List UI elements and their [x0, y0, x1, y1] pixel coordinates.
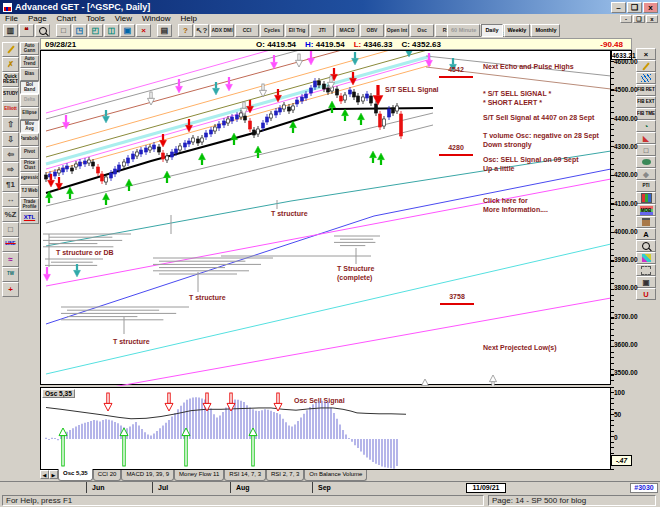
pti-button[interactable]: PTI	[636, 180, 656, 192]
print-icon[interactable]: ▤	[157, 24, 172, 37]
period-button-weekly[interactable]: Weekly	[504, 24, 531, 37]
copy-icon[interactable]: ▣	[120, 24, 135, 37]
line-tool-button[interactable]: LINE	[2, 237, 19, 252]
tab-rsi-2-7-3[interactable]: RSI 2, 7, 3	[266, 470, 304, 481]
left-study-mov-avg[interactable]: Mov Avg	[20, 120, 39, 133]
menu-page[interactable]: Page	[23, 14, 52, 24]
zoom-icon[interactable]	[35, 24, 50, 37]
zoom-tool-icon[interactable]	[636, 240, 656, 252]
delete-tool-icon[interactable]: ×	[636, 48, 656, 60]
left-study-trade-profile[interactable]: Trade Profile	[20, 198, 39, 211]
box-tool-icon[interactable]: □	[636, 144, 656, 156]
menu-chart[interactable]: Chart	[52, 14, 82, 24]
left-arrow-tool-icon[interactable]: ⇦	[2, 147, 19, 162]
tab-on-balance-volume[interactable]: On Balance Volume	[304, 470, 367, 481]
elliott-button[interactable]: Elliott	[2, 102, 19, 117]
study-button-macd[interactable]: MACD	[335, 24, 359, 37]
left-study-parabolic[interactable]: Parabolic	[20, 133, 39, 146]
down-arrow-tool-icon[interactable]: ⇩	[2, 132, 19, 147]
study-list-button[interactable]: STUDY	[2, 87, 19, 102]
tab-scroll-left-button[interactable]: ◀	[40, 470, 49, 479]
new-page-icon[interactable]: □	[56, 24, 71, 37]
study-button-open-int[interactable]: Open Int	[385, 24, 409, 37]
price-chart-panel[interactable]: Next Echo and Pulse Highs* S/T SELL SIGN…	[40, 50, 610, 385]
grid-tool-icon[interactable]	[636, 192, 656, 204]
study-button-cycles[interactable]: Cycles	[260, 24, 284, 37]
delete-icon[interactable]: ×	[136, 24, 151, 37]
rectangle-tool-icon[interactable]: □	[2, 222, 19, 237]
study-button-jti[interactable]: JTI	[310, 24, 334, 37]
right-arrow-tool-icon[interactable]: ⇨	[2, 162, 19, 177]
color-bars-icon[interactable]: ✗	[2, 57, 19, 72]
oscillator-canvas[interactable]	[41, 388, 611, 471]
tile-windows-icon[interactable]: ◫	[104, 24, 119, 37]
menu-window[interactable]: Window	[137, 14, 175, 24]
percent-tool-icon[interactable]: %Z	[2, 207, 19, 222]
left-study-regression[interactable]: Regression	[20, 172, 39, 185]
restore-button[interactable]: ❏	[627, 2, 642, 13]
left-study-tj-web[interactable]: TJ Web	[20, 185, 39, 198]
mdi-minimize-button[interactable]: -	[620, 15, 632, 23]
palette-icon[interactable]	[636, 252, 656, 264]
undo-button[interactable]: U	[636, 288, 656, 300]
fib-ext-button[interactable]: FIB EXT	[636, 96, 656, 108]
quote-page-icon[interactable]: ❝	[19, 24, 34, 37]
study-button-osc[interactable]: Osc	[410, 24, 434, 37]
left-study-delta[interactable]: Delta	[20, 94, 39, 107]
study-button-cci[interactable]: CCI	[235, 24, 259, 37]
title-bar[interactable]: Advanced GET - [^GSPC, Daily] – ❏ x	[0, 0, 660, 14]
period-button-daily[interactable]: Daily	[481, 24, 502, 37]
period-button-60-minute[interactable]: 60 Minute	[447, 24, 480, 37]
tw-button[interactable]: TW	[2, 267, 19, 282]
study-button-obv[interactable]: OBV	[360, 24, 384, 37]
menu-help[interactable]: Help	[175, 14, 201, 24]
fan-lines-icon[interactable]: ◣	[636, 132, 656, 144]
gann-squiggle-icon[interactable]: ≈	[2, 252, 19, 267]
help-icon[interactable]: ?	[178, 24, 193, 37]
menu-file[interactable]: File	[0, 14, 23, 24]
pilcrow-tool-icon[interactable]: ¶1	[2, 177, 19, 192]
study-button-adx-dmi[interactable]: ADX DMI	[210, 24, 234, 37]
tab-rsi-14-7-3[interactable]: RSI 14, 7, 3	[224, 470, 266, 481]
cascade-windows-icon[interactable]: ◰	[88, 24, 103, 37]
text-tool-button[interactable]: A	[636, 228, 656, 240]
ellipse-tool-icon[interactable]	[636, 156, 656, 168]
fib-ret-button[interactable]: FIB RET	[636, 84, 656, 96]
diamond-tool-icon[interactable]: ◆	[636, 168, 656, 180]
chart-link-annotation[interactable]: Click here for	[483, 197, 528, 205]
left-study-bol-band[interactable]: Bol Band	[20, 81, 39, 94]
left-study-auto-gann[interactable]: Auto Gann	[20, 42, 39, 55]
left-study-pivot[interactable]: Pivot	[20, 146, 39, 159]
stamp-tool-icon[interactable]	[636, 216, 656, 228]
left-study-xtl[interactable]: XTL	[20, 211, 39, 224]
menu-tools[interactable]: Tools	[81, 14, 110, 24]
open-page-icon[interactable]: ◳	[72, 24, 87, 37]
gann-wheel-icon[interactable]: ◔	[636, 120, 656, 132]
tab-money-flow-11[interactable]: Money Flow 11	[174, 470, 224, 481]
compare-tool-icon[interactable]: ↔	[2, 192, 19, 207]
crosshair-icon[interactable]: +	[2, 282, 19, 297]
left-study-ellipse[interactable]: Ellipse	[20, 107, 39, 120]
left-study-price-clust[interactable]: Price Clust	[20, 159, 39, 172]
up-arrow-tool-icon[interactable]: ⇧	[2, 117, 19, 132]
oscillator-panel[interactable]: Osc 5,35 Osc Sell Signal	[40, 387, 610, 470]
tab-cci-20[interactable]: CCI 20	[93, 470, 122, 481]
bar-chart-icon[interactable]: ▥	[3, 24, 18, 37]
left-study-bias[interactable]: Bias	[20, 68, 39, 81]
minimize-button[interactable]: –	[611, 2, 626, 13]
close-button[interactable]: x	[643, 2, 658, 13]
mdi-close-button[interactable]: x	[646, 15, 658, 23]
mob-button[interactable]: MOB	[636, 204, 656, 216]
copy-page-icon[interactable]: ▣	[636, 276, 656, 288]
marquee-tool-icon[interactable]	[636, 264, 656, 276]
pencil-tool-icon[interactable]	[636, 60, 656, 72]
quick-reset-button[interactable]: Quick RESET	[2, 72, 19, 87]
context-help-icon[interactable]: ↖?	[194, 24, 209, 37]
fib-time-button[interactable]: FIB TME	[636, 108, 656, 120]
left-study-auto-trend[interactable]: Auto Trend	[20, 55, 39, 68]
tab-scroll-right-button[interactable]: ▶	[49, 470, 58, 479]
tab-macd-19-39-9[interactable]: MACD 19, 39, 9	[121, 470, 174, 481]
menu-view[interactable]: View	[110, 14, 137, 24]
brush-icon[interactable]	[2, 42, 19, 57]
tab-osc-5-35[interactable]: Osc 5,35	[58, 469, 93, 481]
